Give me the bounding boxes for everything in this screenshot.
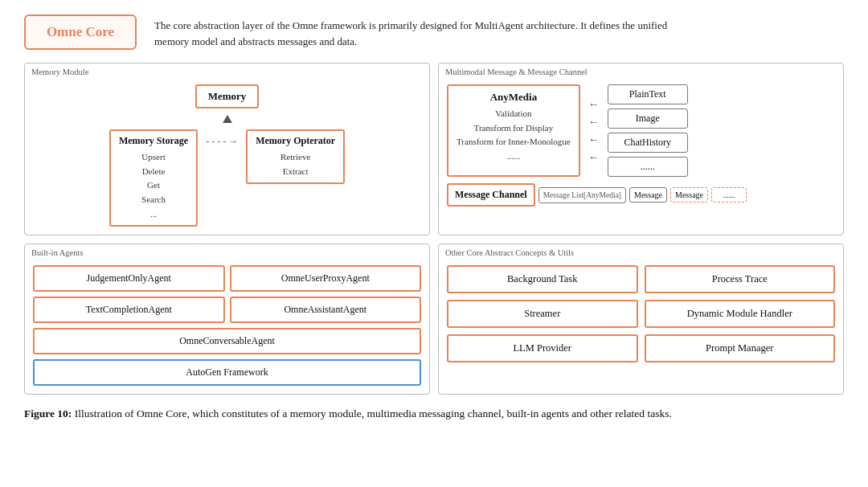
memory-operator-items: RetrieveExtract <box>256 150 335 178</box>
memory-module-label: Memory Module <box>31 68 88 76</box>
caption-text: Illustration of Omne Core, which constit… <box>72 407 671 419</box>
multimodal-content: AnyMedia ValidationTransform for Display… <box>447 84 835 207</box>
agents-grid: JudgementOnlyAgent OmneUserProxyAgent Te… <box>33 265 421 323</box>
header-description: The core abstraction layer of the Omne f… <box>154 14 701 50</box>
other-core-label: Other Core Abstract Concepts & Utils <box>445 248 574 257</box>
memory-row: Memory Storage UpsertDeleteGetSearch... … <box>33 129 421 227</box>
chat-history-box: ChatHistory <box>608 133 688 153</box>
header-row: Omne Core The core abstraction layer of … <box>24 14 844 50</box>
any-media-items: ValidationTransform for DisplayTransform… <box>457 107 571 163</box>
any-media-title: AnyMedia <box>457 91 571 104</box>
memory-module-quadrant: Memory Module Memory Memory Storage Upse… <box>24 63 430 235</box>
memory-module-content: Memory Memory Storage UpsertDeleteGetSea… <box>33 84 421 227</box>
msg-list-box: Message List[AnyMedia] <box>538 187 626 203</box>
multimodal-quadrant: Multimodal Message & Message Channel Any… <box>438 63 844 235</box>
memory-operator-title: Memory Opterator <box>256 135 335 147</box>
memory-storage-title: Memory Storage <box>119 135 188 147</box>
memory-storage-items: UpsertDeleteGetSearch... <box>119 150 188 221</box>
other-core-content: Background Task Process Trace Streamer D… <box>447 265 835 362</box>
message-channel-row: Message Channel Message List[AnyMedia] M… <box>447 183 835 207</box>
multimodal-top-row: AnyMedia ValidationTransform for Display… <box>447 84 835 177</box>
conversable-agent-box: OmneConversableAgent <box>33 328 421 354</box>
plain-col: PlainText Image ChatHistory ...... <box>608 84 688 177</box>
agent-box-2: TextCompletionAgent <box>33 297 225 323</box>
builtin-agents-label: Built-in Agents <box>31 248 83 257</box>
message-channel-box: Message Channel <box>447 183 535 207</box>
other-core-quadrant: Other Core Abstract Concepts & Utils Bac… <box>438 244 844 395</box>
other-core-box-3: Dynamic Module Handler <box>645 300 836 328</box>
omne-core-badge: Omne Core <box>24 14 137 50</box>
plain-text-box: PlainText <box>608 84 688 104</box>
other-core-box-5: Prompt Manager <box>645 334 836 362</box>
arrows-col: ← ← ← ← <box>588 84 600 177</box>
multimodal-label: Multimodal Message & Message Channel <box>445 68 588 76</box>
message-dots-box: ...... <box>711 187 747 203</box>
other-core-box-4: LLM Provider <box>447 334 638 362</box>
other-core-box-0: Background Task <box>447 265 638 293</box>
arrow-1-icon: ← <box>588 98 600 111</box>
arrow-3-icon: ← <box>588 133 600 146</box>
autogen-framework-box: AutoGen Framework <box>33 359 421 386</box>
arrow-2-icon: ← <box>588 116 600 129</box>
arrow-4-icon: ← <box>588 151 600 164</box>
other-core-box-2: Streamer <box>447 300 638 328</box>
up-arrow-icon <box>223 115 232 123</box>
any-media-box: AnyMedia ValidationTransform for Display… <box>447 84 580 177</box>
builtin-agents-quadrant: Built-in Agents JudgementOnlyAgent OmneU… <box>24 244 430 395</box>
agents-content: JudgementOnlyAgent OmneUserProxyAgent Te… <box>33 265 421 386</box>
agent-box-0: JudgementOnlyAgent <box>33 265 225 292</box>
dashed-connector: - - - - → <box>206 129 238 148</box>
msg-list-label: Message List[AnyMedia] <box>543 191 621 199</box>
memory-storage-box: Memory Storage UpsertDeleteGetSearch... <box>109 129 198 227</box>
ellipsis-box: ...... <box>608 157 688 177</box>
message-box-2: Message <box>670 187 708 203</box>
diagram-area: Memory Module Memory Memory Storage Upse… <box>24 63 844 395</box>
other-core-box-1: Process Trace <box>645 265 836 293</box>
message-box-1: Message <box>629 187 667 203</box>
image-box: Image <box>608 108 688 129</box>
caption: Figure 10: Illustration of Omne Core, wh… <box>24 406 844 423</box>
memory-box: Memory <box>195 84 260 108</box>
agent-box-3: OmneAssistantAgent <box>230 297 422 323</box>
caption-prefix: Figure 10: <box>24 407 72 419</box>
memory-operator-box: Memory Opterator RetrieveExtract <box>246 129 345 184</box>
agent-box-1: OmneUserProxyAgent <box>230 265 422 292</box>
